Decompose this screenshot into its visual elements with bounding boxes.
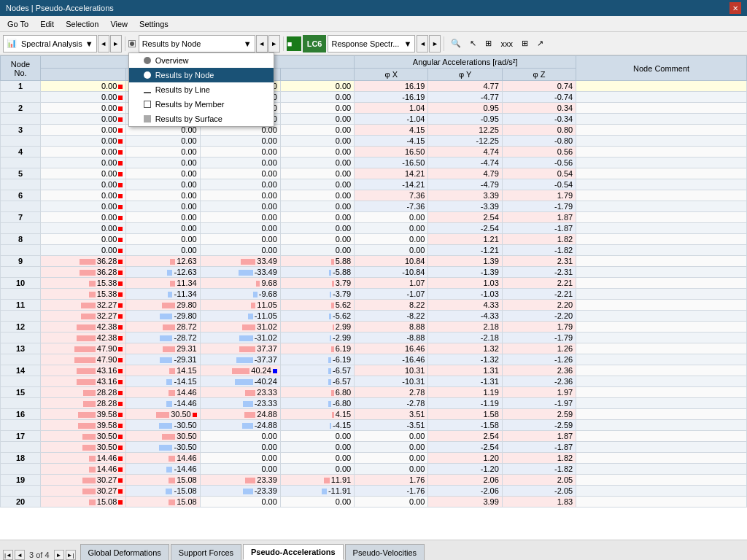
data-cell-2: 0.00 <box>200 245 280 256</box>
data-cell-1: 0.00 <box>126 168 200 179</box>
menu-settings[interactable]: Settings <box>135 18 173 30</box>
comment-cell <box>576 311 747 322</box>
data-cell-1: -14.46 <box>126 464 200 475</box>
results-prev-button[interactable]: ◄ <box>256 35 268 52</box>
data-cell-0: 0.00 <box>41 190 126 201</box>
angular-cell-phiY: 4.79 <box>428 168 502 179</box>
comment-cell <box>576 223 747 234</box>
data-cell-0: 36.28 <box>41 267 126 278</box>
table-wrapper[interactable]: NodeNo. |u¹| Angular Accelerations [rad/… <box>0 55 747 540</box>
angular-cell-phiZ: -2.59 <box>502 420 576 431</box>
angular-cell-phiX: 0.00 <box>355 234 428 245</box>
data-cell-2: 0.00 <box>200 497 280 508</box>
tab-first-button[interactable]: |◄ <box>3 550 13 560</box>
comment-cell <box>576 234 747 245</box>
data-cell-0: 0.00 <box>41 234 126 245</box>
tab-pseudo-velocities[interactable]: Pseudo-Velocities <box>345 544 425 560</box>
data-cell-1: 0.00 <box>126 147 200 158</box>
comment-cell <box>576 136 747 147</box>
stop-button[interactable]: ■ <box>287 36 301 51</box>
data-cell-1: -30.50 <box>126 442 200 453</box>
data-cell-3: 6.80 <box>280 387 354 398</box>
node-number-cell: 4 <box>1 147 41 158</box>
node-number-cell: 6 <box>1 190 41 201</box>
angular-cell-phiZ: -0.80 <box>502 136 576 147</box>
data-cell-2: 0.00 <box>200 464 280 475</box>
node-number-cell <box>1 420 41 431</box>
data-cell-2: -23.39 <box>200 486 280 497</box>
angular-cell-phiY: 1.03 <box>428 278 502 289</box>
angular-cell-phiZ: -0.56 <box>502 158 576 168</box>
spectral-next-button[interactable]: ► <box>110 35 122 52</box>
angular-cell-phiY: -4.33 <box>428 311 502 322</box>
arrow-button[interactable]: ↗ <box>533 35 547 52</box>
dropdown-results-by-node[interactable]: Results by Node <box>129 68 274 82</box>
tab-last-button[interactable]: ►| <box>66 550 76 560</box>
angular-cell-phiX: -14.21 <box>355 179 428 190</box>
comment-cell <box>576 431 747 442</box>
data-cell-3: 0.00 <box>280 103 354 114</box>
comment-cell <box>576 212 747 223</box>
menu-edit[interactable]: Edit <box>36 18 58 30</box>
dropdown-results-by-surface[interactable]: Results by Surface <box>129 112 274 126</box>
angular-cell-phiX: 16.46 <box>355 343 428 354</box>
angular-cell-phiY: 4.77 <box>428 81 502 92</box>
spectral-prev-button[interactable]: ◄ <box>98 35 109 52</box>
data-cell-1: 0.00 <box>126 245 200 256</box>
node-number-cell <box>1 442 41 453</box>
comment-cell <box>576 190 747 201</box>
tab-next-button[interactable]: ► <box>54 550 64 560</box>
col-header-u1 <box>41 69 126 81</box>
node-number-cell <box>1 223 41 234</box>
data-cell-3: 0.00 <box>280 158 354 168</box>
tab-global-deformations[interactable]: Global Deformations <box>80 544 169 560</box>
angular-cell-phiX: -16.19 <box>355 92 428 103</box>
data-cell-3: 6.19 <box>280 343 354 354</box>
tab-support-forces[interactable]: Support Forces <box>171 544 241 560</box>
data-cell-3: 0.00 <box>280 497 354 508</box>
angular-cell-phiX: 0.00 <box>355 212 428 223</box>
table-button[interactable]: ⊞ <box>481 35 495 52</box>
menu-view[interactable]: View <box>106 18 132 30</box>
node-number-cell: 16 <box>1 409 41 420</box>
comment-cell <box>576 103 747 114</box>
data-cell-2: 0.00 <box>200 442 280 453</box>
angular-cell-phiX: -2.78 <box>355 398 428 409</box>
results-by-node-dropdown[interactable]: Results by Node ▼ <box>139 35 255 52</box>
cursor-button[interactable]: ↖ <box>466 35 480 52</box>
data-cell-0: 30.27 <box>41 475 126 486</box>
zoom-button[interactable]: 🔍 <box>447 35 465 52</box>
response-prev-button[interactable]: ◄ <box>417 35 428 52</box>
close-button[interactable]: ✕ <box>729 2 741 14</box>
data-cell-2: 40.24 <box>200 365 280 376</box>
menu-goto[interactable]: Go To <box>3 18 33 30</box>
comment-cell <box>576 354 747 365</box>
angular-cell-phiX: 0.00 <box>355 497 428 508</box>
comment-cell <box>576 158 747 168</box>
xxx-button[interactable]: xxx <box>497 35 516 52</box>
angular-cell-phiX: -1.04 <box>355 114 428 125</box>
data-cell-0: 0.00 <box>41 114 126 125</box>
data-cell-3: -6.80 <box>280 398 354 409</box>
comment-cell <box>576 409 747 420</box>
tab-pseudo-accelerations[interactable]: Pseudo-Accelerations <box>243 544 344 560</box>
spectral-analysis-dropdown[interactable]: 📊 Spectral Analysis ▼ <box>3 35 97 52</box>
results-next-button[interactable]: ► <box>268 35 280 52</box>
grid-button[interactable]: ⊞ <box>518 35 532 52</box>
response-spectr-dropdown[interactable]: Response Spectr... ▼ <box>328 35 415 52</box>
angular-cell-phiZ: 1.83 <box>502 497 576 508</box>
menu-selection[interactable]: Selection <box>61 18 103 30</box>
dropdown-results-by-line[interactable]: Results by Line <box>129 82 274 97</box>
angular-cell-phiY: -12.25 <box>428 136 502 147</box>
node-number-cell <box>1 267 41 278</box>
angular-cell-phiY: -1.31 <box>428 376 502 387</box>
dropdown-overview[interactable]: Overview <box>129 53 274 68</box>
angular-cell-phiX: 0.00 <box>355 245 428 256</box>
tab-prev-button[interactable]: ◄ <box>15 550 25 560</box>
node-number-cell: 13 <box>1 343 41 354</box>
dropdown-results-by-member[interactable]: Results by Member <box>129 97 274 112</box>
data-cell-2: -37.37 <box>200 354 280 365</box>
angular-cell-phiX: -4.15 <box>355 136 428 147</box>
response-next-button[interactable]: ► <box>429 35 441 52</box>
angular-cell-phiZ: -2.20 <box>502 311 576 322</box>
